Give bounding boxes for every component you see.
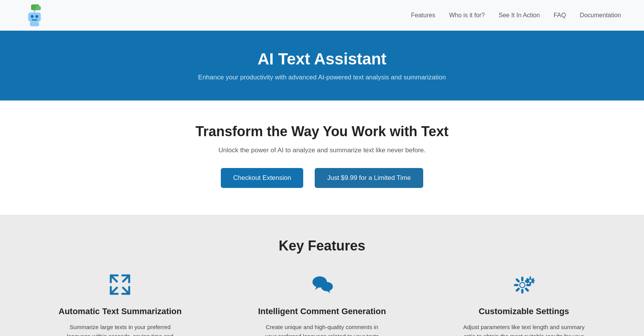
hero-title: AI Text Assistant (8, 50, 636, 68)
hero-section: AI Text Assistant Enhance your productiv… (0, 31, 644, 100)
nav-action[interactable]: See It In Action (499, 12, 540, 19)
navbar: Features Who is it for? See It In Action… (0, 0, 644, 31)
compress-icon (108, 273, 131, 299)
price-button[interactable]: Just $9.99 for a Limited Time (315, 168, 423, 188)
nav-faq[interactable]: FAQ (554, 12, 566, 19)
feature-comment-title: Intelligent Comment Generation (258, 306, 386, 317)
feature-comment: Intelligent Comment Generation Create un… (233, 273, 412, 336)
logo[interactable] (23, 4, 46, 27)
cta-heading: Transform the Way You Work with Text (8, 124, 636, 140)
gear-icon (513, 273, 536, 299)
cta-description: Unlock the power of AI to analyze and su… (8, 147, 636, 154)
feature-summarization: Automatic Text Summarization Summarize l… (31, 273, 210, 336)
svg-point-5 (35, 15, 38, 18)
svg-rect-8 (30, 21, 39, 26)
hero-subtitle: Enhance your productivity with advanced … (8, 74, 636, 81)
nav-who[interactable]: Who is it for? (449, 12, 485, 19)
logo-icon (23, 4, 46, 27)
svg-point-4 (31, 15, 34, 18)
feature-summarization-title: Automatic Text Summarization (59, 306, 182, 317)
nav-features[interactable]: Features (411, 12, 435, 19)
checkout-button[interactable]: Checkout Extension (221, 168, 303, 188)
svg-point-11 (321, 282, 333, 291)
features-section: Key Features Automatic Text Summarizatio… (0, 215, 644, 336)
cta-section: Transform the Way You Work with Text Unl… (0, 100, 644, 215)
features-heading: Key Features (31, 238, 613, 254)
feature-summarization-desc: Summarize large texts in your preferred … (59, 323, 181, 336)
chat-icon (310, 273, 334, 299)
svg-rect-2 (36, 6, 41, 10)
feature-settings-desc: Adjust parameters like text length and s… (463, 323, 585, 336)
nav-links: Features Who is it for? See It In Action… (411, 12, 621, 19)
cta-buttons: Checkout Extension Just $9.99 for a Limi… (8, 168, 636, 188)
svg-point-14 (520, 283, 524, 287)
feature-settings: Customizable Settings Adjust parameters … (434, 273, 613, 336)
svg-point-16 (529, 280, 531, 282)
features-grid: Automatic Text Summarization Summarize l… (31, 273, 613, 336)
feature-settings-title: Customizable Settings (479, 306, 569, 317)
svg-rect-6 (32, 19, 38, 20)
feature-comment-desc: Create unique and high-quality comments … (261, 323, 383, 336)
nav-docs[interactable]: Documentation (580, 12, 621, 19)
svg-rect-7 (34, 10, 35, 13)
